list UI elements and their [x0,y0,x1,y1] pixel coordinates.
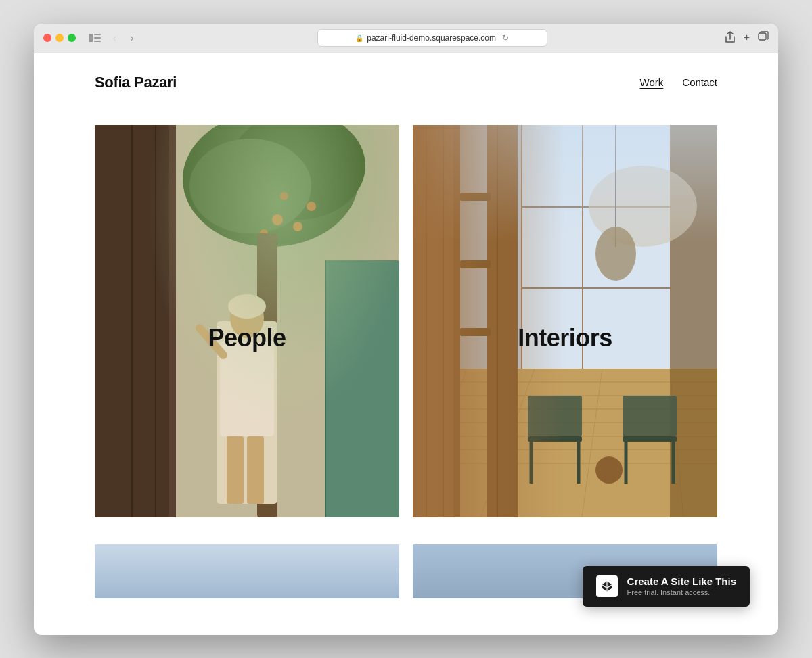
svg-line-41 [670,369,683,517]
svg-point-17 [293,222,302,231]
svg-rect-5 [95,125,399,517]
svg-rect-0 [89,34,93,42]
browser-titlebar: ‹ › 🔒 pazari-fluid-demo.squarespace.com … [34,24,778,53]
website-content: Sofia Pazari Work Contact [34,53,778,635]
cta-title: Create A Site Like This [627,575,736,587]
svg-point-11 [183,125,359,247]
svg-line-39 [480,369,535,517]
svg-point-12 [230,125,365,220]
gallery-item-people[interactable]: People [95,125,399,517]
share-button[interactable] [725,31,736,45]
lock-icon: 🔒 [355,34,363,42]
svg-rect-7 [95,125,169,517]
reload-button[interactable]: ↻ [502,33,509,43]
gallery-label-people: People [95,324,399,352]
new-tab-button[interactable]: + [744,31,750,45]
site-logo[interactable]: Sofia Pazari [95,74,177,91]
svg-point-14 [272,214,283,225]
svg-rect-4 [759,33,766,40]
svg-rect-46 [487,125,518,517]
svg-rect-6 [95,125,176,517]
gallery-section: People [34,105,778,531]
svg-rect-58 [528,436,582,442]
svg-point-18 [280,192,288,200]
browser-actions: + [725,31,769,45]
svg-line-40 [582,369,602,517]
preview-item-left[interactable] [95,544,399,598]
svg-rect-61 [528,396,582,436]
browser-window: ‹ › 🔒 pazari-fluid-demo.squarespace.com … [34,24,778,635]
svg-rect-28 [325,260,326,517]
forward-button[interactable]: › [125,30,139,45]
svg-rect-23 [220,342,274,436]
cta-text-block: Create A Site Like This Free trial. Inst… [627,575,736,596]
traffic-lights [43,34,76,42]
svg-point-16 [260,229,268,237]
browser-controls: ‹ › [85,30,139,45]
svg-rect-19 [257,233,277,517]
svg-rect-3 [94,41,101,42]
svg-point-57 [595,227,636,281]
svg-rect-25 [247,436,264,504]
svg-rect-65 [623,396,677,436]
cta-banner[interactable]: Create A Site Like This Free trial. Inst… [583,566,750,607]
back-button[interactable]: ‹ [107,30,122,45]
gallery-grid: People [95,125,717,517]
cta-subtitle: Free trial. Instant access. [627,588,736,596]
windows-button[interactable] [758,31,769,45]
svg-rect-30 [413,369,717,517]
svg-rect-24 [227,436,244,504]
svg-rect-27 [325,260,399,517]
svg-rect-10 [176,125,399,517]
squarespace-icon [596,575,618,597]
svg-rect-43 [416,125,453,517]
sidebar-toggle[interactable] [85,30,104,45]
svg-point-13 [189,139,311,233]
svg-rect-48 [670,125,717,517]
svg-rect-54 [521,287,670,289]
minimize-button[interactable] [55,34,64,42]
site-header: Sofia Pazari Work Contact [34,53,778,105]
svg-rect-68 [460,260,491,268]
svg-point-15 [307,202,316,211]
close-button[interactable] [43,34,51,42]
address-bar: 🔒 pazari-fluid-demo.squarespace.com ↻ [150,29,714,47]
svg-point-55 [589,166,697,247]
url-pill[interactable]: 🔒 pazari-fluid-demo.squarespace.com ↻ [317,29,547,47]
nav-link-work[interactable]: Work [640,76,664,88]
svg-rect-53 [521,206,670,208]
url-text: pazari-fluid-demo.squarespace.com [367,33,496,43]
site-nav: Work Contact [640,76,717,88]
maximize-button[interactable] [68,34,76,42]
svg-point-22 [228,294,266,319]
nav-link-contact[interactable]: Contact [682,76,717,88]
svg-rect-1 [94,34,101,35]
svg-rect-29 [413,125,717,517]
gallery-item-interiors[interactable]: Interiors [413,125,717,517]
svg-rect-42 [413,125,460,517]
svg-rect-2 [94,37,101,39]
svg-rect-62 [623,436,677,442]
svg-line-38 [413,369,467,517]
svg-rect-67 [460,193,491,201]
gallery-label-interiors: Interiors [413,324,717,352]
svg-rect-66 [595,456,623,484]
